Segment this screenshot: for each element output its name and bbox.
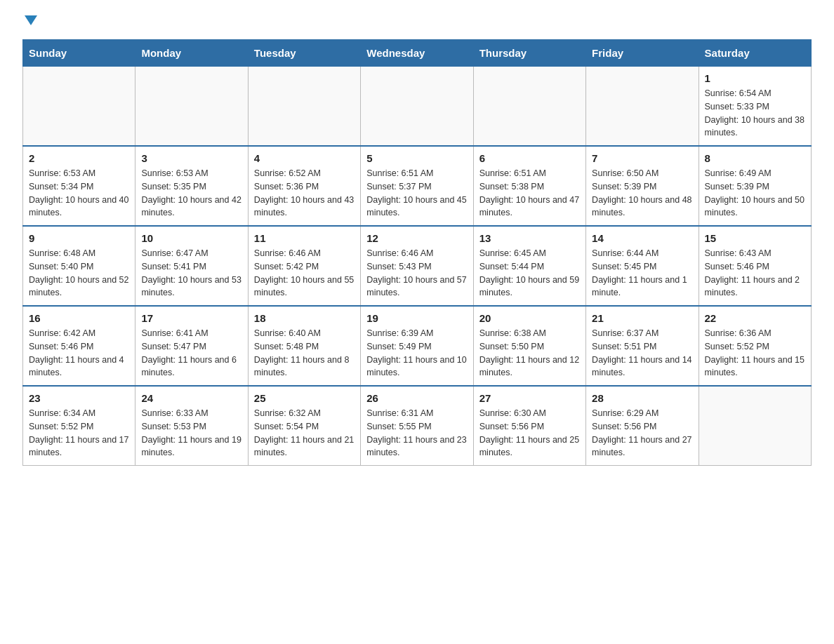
calendar-cell: 17Sunrise: 6:41 AMSunset: 5:47 PMDayligh… xyxy=(135,306,248,386)
day-number: 9 xyxy=(29,232,129,244)
calendar-cell: 21Sunrise: 6:37 AMSunset: 5:51 PMDayligh… xyxy=(586,306,699,386)
week-row-5: 23Sunrise: 6:34 AMSunset: 5:52 PMDayligh… xyxy=(23,386,812,466)
weekday-header-tuesday: Tuesday xyxy=(248,40,360,67)
calendar-cell xyxy=(473,67,585,147)
calendar-cell: 11Sunrise: 6:46 AMSunset: 5:42 PMDayligh… xyxy=(248,226,360,306)
calendar-cell: 26Sunrise: 6:31 AMSunset: 5:55 PMDayligh… xyxy=(361,386,473,466)
calendar-cell xyxy=(135,67,248,147)
day-number: 17 xyxy=(141,312,241,324)
day-number: 12 xyxy=(366,232,467,244)
day-number: 4 xyxy=(254,152,355,164)
week-row-1: 1Sunrise: 6:54 AMSunset: 5:33 PMDaylight… xyxy=(23,67,812,147)
day-info: Sunrise: 6:50 AMSunset: 5:39 PMDaylight:… xyxy=(592,167,692,220)
day-info: Sunrise: 6:33 AMSunset: 5:53 PMDaylight:… xyxy=(141,407,241,459)
day-number: 19 xyxy=(366,312,467,324)
weekday-header-sunday: Sunday xyxy=(23,40,135,67)
day-info: Sunrise: 6:53 AMSunset: 5:35 PMDaylight:… xyxy=(141,167,241,220)
day-number: 5 xyxy=(366,152,467,164)
day-number: 24 xyxy=(141,392,241,404)
day-info: Sunrise: 6:51 AMSunset: 5:38 PMDaylight:… xyxy=(479,167,580,220)
day-info: Sunrise: 6:34 AMSunset: 5:52 PMDaylight:… xyxy=(29,407,129,459)
calendar-cell: 14Sunrise: 6:44 AMSunset: 5:45 PMDayligh… xyxy=(586,226,699,306)
day-info: Sunrise: 6:40 AMSunset: 5:48 PMDaylight:… xyxy=(254,327,355,380)
calendar-cell: 16Sunrise: 6:42 AMSunset: 5:46 PMDayligh… xyxy=(23,306,135,386)
day-info: Sunrise: 6:45 AMSunset: 5:44 PMDaylight:… xyxy=(479,247,580,300)
calendar-cell xyxy=(586,67,699,147)
calendar-cell: 5Sunrise: 6:51 AMSunset: 5:37 PMDaylight… xyxy=(361,146,473,226)
day-info: Sunrise: 6:38 AMSunset: 5:50 PMDaylight:… xyxy=(479,327,580,380)
day-info: Sunrise: 6:39 AMSunset: 5:49 PMDaylight:… xyxy=(366,327,467,380)
calendar-cell: 25Sunrise: 6:32 AMSunset: 5:54 PMDayligh… xyxy=(248,386,360,466)
day-info: Sunrise: 6:31 AMSunset: 5:55 PMDaylight:… xyxy=(366,407,467,459)
calendar-cell: 1Sunrise: 6:54 AMSunset: 5:33 PMDaylight… xyxy=(699,67,811,147)
calendar-cell: 19Sunrise: 6:39 AMSunset: 5:49 PMDayligh… xyxy=(361,306,473,386)
day-number: 3 xyxy=(141,152,241,164)
day-info: Sunrise: 6:49 AMSunset: 5:39 PMDaylight:… xyxy=(705,167,805,220)
day-info: Sunrise: 6:32 AMSunset: 5:54 PMDaylight:… xyxy=(254,407,355,459)
calendar-cell: 23Sunrise: 6:34 AMSunset: 5:52 PMDayligh… xyxy=(23,386,135,466)
page-header xyxy=(22,17,812,28)
day-info: Sunrise: 6:46 AMSunset: 5:42 PMDaylight:… xyxy=(254,247,355,300)
calendar-cell: 3Sunrise: 6:53 AMSunset: 5:35 PMDaylight… xyxy=(135,146,248,226)
calendar-cell: 12Sunrise: 6:46 AMSunset: 5:43 PMDayligh… xyxy=(361,226,473,306)
weekday-header-monday: Monday xyxy=(135,40,248,67)
day-number: 1 xyxy=(705,72,805,84)
calendar-cell: 27Sunrise: 6:30 AMSunset: 5:56 PMDayligh… xyxy=(473,386,585,466)
weekday-header-friday: Friday xyxy=(586,40,699,67)
calendar-cell: 13Sunrise: 6:45 AMSunset: 5:44 PMDayligh… xyxy=(473,226,585,306)
calendar-cell xyxy=(23,67,135,147)
calendar-cell: 18Sunrise: 6:40 AMSunset: 5:48 PMDayligh… xyxy=(248,306,360,386)
day-info: Sunrise: 6:54 AMSunset: 5:33 PMDaylight:… xyxy=(705,87,805,140)
day-number: 2 xyxy=(29,152,129,164)
day-info: Sunrise: 6:51 AMSunset: 5:37 PMDaylight:… xyxy=(366,167,467,220)
logo xyxy=(22,17,37,28)
calendar-cell: 10Sunrise: 6:47 AMSunset: 5:41 PMDayligh… xyxy=(135,226,248,306)
day-info: Sunrise: 6:36 AMSunset: 5:52 PMDaylight:… xyxy=(705,327,805,380)
weekday-header-saturday: Saturday xyxy=(699,40,811,67)
day-number: 21 xyxy=(592,312,692,324)
day-number: 28 xyxy=(592,392,692,404)
day-number: 13 xyxy=(479,232,580,244)
week-row-4: 16Sunrise: 6:42 AMSunset: 5:46 PMDayligh… xyxy=(23,306,812,386)
day-number: 8 xyxy=(705,152,805,164)
calendar-cell: 8Sunrise: 6:49 AMSunset: 5:39 PMDaylight… xyxy=(699,146,811,226)
weekday-header-row: SundayMondayTuesdayWednesdayThursdayFrid… xyxy=(23,40,812,67)
day-info: Sunrise: 6:47 AMSunset: 5:41 PMDaylight:… xyxy=(141,247,241,300)
day-info: Sunrise: 6:46 AMSunset: 5:43 PMDaylight:… xyxy=(366,247,467,300)
day-info: Sunrise: 6:30 AMSunset: 5:56 PMDaylight:… xyxy=(479,407,580,459)
calendar-cell: 28Sunrise: 6:29 AMSunset: 5:56 PMDayligh… xyxy=(586,386,699,466)
day-number: 25 xyxy=(254,392,355,404)
calendar-cell: 20Sunrise: 6:38 AMSunset: 5:50 PMDayligh… xyxy=(473,306,585,386)
day-number: 14 xyxy=(592,232,692,244)
calendar-cell: 15Sunrise: 6:43 AMSunset: 5:46 PMDayligh… xyxy=(699,226,811,306)
day-number: 7 xyxy=(592,152,692,164)
day-number: 16 xyxy=(29,312,129,324)
calendar-cell: 7Sunrise: 6:50 AMSunset: 5:39 PMDaylight… xyxy=(586,146,699,226)
svg-marker-0 xyxy=(25,15,37,25)
day-info: Sunrise: 6:42 AMSunset: 5:46 PMDaylight:… xyxy=(29,327,129,380)
day-info: Sunrise: 6:53 AMSunset: 5:34 PMDaylight:… xyxy=(29,167,129,220)
day-info: Sunrise: 6:43 AMSunset: 5:46 PMDaylight:… xyxy=(705,247,805,300)
calendar-cell: 24Sunrise: 6:33 AMSunset: 5:53 PMDayligh… xyxy=(135,386,248,466)
day-info: Sunrise: 6:41 AMSunset: 5:47 PMDaylight:… xyxy=(141,327,241,380)
day-number: 20 xyxy=(479,312,580,324)
calendar-cell xyxy=(248,67,360,147)
day-number: 18 xyxy=(254,312,355,324)
calendar-cell xyxy=(361,67,473,147)
day-number: 11 xyxy=(254,232,355,244)
calendar-cell: 4Sunrise: 6:52 AMSunset: 5:36 PMDaylight… xyxy=(248,146,360,226)
weekday-header-wednesday: Wednesday xyxy=(361,40,473,67)
day-number: 15 xyxy=(705,232,805,244)
week-row-2: 2Sunrise: 6:53 AMSunset: 5:34 PMDaylight… xyxy=(23,146,812,226)
day-number: 26 xyxy=(366,392,467,404)
calendar-cell: 2Sunrise: 6:53 AMSunset: 5:34 PMDaylight… xyxy=(23,146,135,226)
day-info: Sunrise: 6:29 AMSunset: 5:56 PMDaylight:… xyxy=(592,407,692,459)
day-info: Sunrise: 6:37 AMSunset: 5:51 PMDaylight:… xyxy=(592,327,692,380)
weekday-header-thursday: Thursday xyxy=(473,40,585,67)
day-number: 22 xyxy=(705,312,805,324)
logo-arrow-icon xyxy=(25,15,37,28)
day-number: 23 xyxy=(29,392,129,404)
calendar-cell xyxy=(699,386,811,466)
calendar-cell: 22Sunrise: 6:36 AMSunset: 5:52 PMDayligh… xyxy=(699,306,811,386)
day-number: 10 xyxy=(141,232,241,244)
